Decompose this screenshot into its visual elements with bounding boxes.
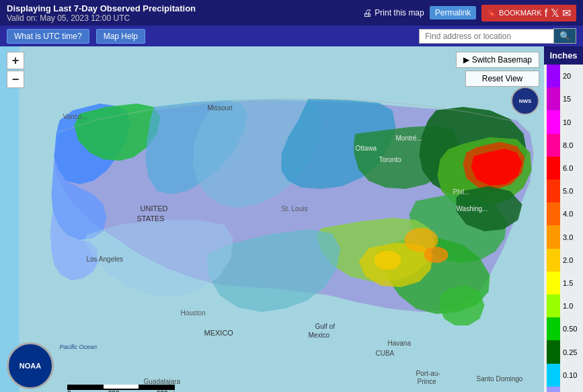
legend-color-swatch (547, 387, 560, 392)
legend-item: 4.0 (544, 202, 583, 225)
legend-item: 6.0 (544, 157, 583, 180)
utc-time-button[interactable]: What is UTC time? (7, 29, 89, 44)
legend-item: 5.0 (544, 180, 583, 202)
svg-point-3 (375, 251, 401, 270)
svg-text:Havana: Havana (388, 340, 412, 347)
scale-line (67, 385, 175, 390)
scale-segment-1 (69, 385, 104, 389)
legend-item: 3.0 (544, 225, 583, 248)
noaa-circle: NOAA (7, 342, 54, 389)
legend-label: 5.0 (563, 187, 573, 195)
basemap-button[interactable]: ▶ Switch Basemap (456, 52, 539, 68)
legend-item: 0.10 (544, 364, 583, 387)
basemap-arrow-icon: ▶ (463, 55, 469, 65)
legend-color-swatch (547, 157, 560, 180)
social-icons: f 𝕏 ✉ (545, 7, 571, 19)
legend-label: 2.0 (563, 256, 573, 264)
svg-text:UNITED: UNITED (141, 204, 168, 212)
basemap-label: Switch Basemap (472, 55, 532, 65)
page-header: Displaying Last 7-Day Observed Precipita… (0, 0, 583, 26)
svg-text:Pacific Ocean: Pacific Ocean (60, 344, 98, 350)
legend-label: 15 (563, 95, 571, 103)
bookmark-icon: 🔖 (487, 9, 496, 17)
svg-text:MEXICO: MEXICO (204, 329, 234, 337)
svg-text:Santo Domingo: Santo Domingo (477, 375, 523, 383)
svg-text:Washing...: Washing... (457, 205, 488, 212)
legend-color-swatch (547, 202, 560, 225)
print-icon: 🖨 (362, 7, 372, 18)
print-button[interactable]: 🖨 Print this map (362, 7, 424, 18)
zoom-in-button[interactable]: + (7, 52, 24, 69)
scale-segment-3 (139, 385, 173, 389)
legend-label: 0.50 (563, 325, 577, 333)
svg-text:Montré...: Montré... (396, 134, 422, 142)
legend-label: 1.5 (563, 279, 573, 287)
legend-label: 4.0 (563, 210, 573, 218)
legend-item: 10 (544, 110, 583, 133)
legend-label: 8.0 (563, 141, 573, 149)
svg-text:Gulf of: Gulf of (315, 323, 336, 330)
legend-label: 3.0 (563, 233, 573, 241)
search-button[interactable]: 🔍 (553, 28, 576, 44)
permalink-button[interactable]: Permalink (430, 6, 476, 19)
legend-color-swatch (547, 225, 560, 248)
legend-color-swatch (547, 87, 560, 110)
zoom-controls: + − (7, 52, 24, 88)
legend-item: 15 (544, 87, 583, 110)
legend-color-swatch (547, 110, 560, 133)
reset-view-button[interactable]: Reset View (465, 71, 539, 87)
search-input[interactable] (419, 29, 553, 44)
legend-label: 6.0 (563, 164, 573, 172)
svg-text:CUBA: CUBA (376, 350, 395, 357)
svg-point-4 (424, 247, 449, 263)
svg-text:Prince: Prince (418, 378, 437, 385)
svg-text:Toronto: Toronto (379, 156, 402, 163)
map-help-button[interactable]: Map Help (96, 29, 145, 44)
legend-label: 0.25 (563, 348, 577, 356)
scale-segment-2 (104, 385, 139, 389)
legend-color-swatch (547, 364, 560, 387)
legend-color-swatch (547, 317, 560, 340)
svg-text:St. Louis: St. Louis (282, 205, 308, 212)
noaa-logo: NOAA (7, 342, 54, 389)
search-bar: 🔍 (419, 28, 576, 44)
legend-label: 10 (563, 118, 571, 126)
print-label: Print this map (375, 8, 424, 17)
svg-text:Vanco...: Vanco... (63, 113, 87, 120)
legend-color-swatch (547, 340, 560, 363)
legend-color-swatch (547, 134, 560, 157)
toolbar: What is UTC time? Map Help 🔍 (0, 26, 583, 46)
legend-item: 2.0 (544, 249, 583, 272)
legend-color-swatch (547, 249, 560, 272)
map-background: UNITED STATES MEXICO Missouri Gulf of Me… (0, 46, 583, 392)
svg-text:Port-au-: Port-au- (416, 370, 440, 377)
legend: Inches 20 15 10 8.0 6.0 5.0 4.0 3.0 (544, 46, 583, 392)
svg-text:Los Angeles: Los Angeles (87, 256, 124, 263)
page-title: Displaying Last 7-Day Observed Precipita… (7, 3, 362, 13)
svg-text:Phil...: Phil... (453, 188, 470, 196)
legend-item: 20 (544, 65, 583, 87)
nws-badge: NWS (511, 87, 539, 115)
header-right: 🖨 Print this map Permalink 🔖 BOOKMARK f … (362, 5, 576, 22)
legend-color-swatch (547, 65, 560, 87)
legend-item: 1.0 (544, 295, 583, 317)
legend-color-swatch (547, 295, 560, 317)
svg-text:Mexico: Mexico (309, 331, 330, 339)
legend-item: 0.25 (544, 340, 583, 363)
legend-item: 0.01 (544, 387, 583, 392)
map-container[interactable]: UNITED STATES MEXICO Missouri Gulf of Me… (0, 46, 583, 392)
legend-item: 1.5 (544, 272, 583, 295)
bookmark-button[interactable]: 🔖 BOOKMARK f 𝕏 ✉ (481, 5, 576, 22)
zoom-out-button[interactable]: − (7, 71, 24, 88)
legend-label: 0.10 (563, 371, 577, 379)
legend-header: Inches (544, 46, 583, 65)
bookmark-label: BOOKMARK (499, 9, 542, 17)
svg-text:Missouri: Missouri (208, 104, 233, 112)
header-left: Displaying Last 7-Day Observed Precipita… (7, 3, 362, 23)
legend-color-swatch (547, 180, 560, 202)
noaa-text: NOAA (20, 362, 41, 370)
svg-text:STATES: STATES (137, 214, 165, 223)
legend-label: 1.0 (563, 302, 573, 310)
svg-text:Houston: Houston (181, 309, 206, 317)
legend-scale: 20 15 10 8.0 6.0 5.0 4.0 3.0 2.0 1.5 (544, 65, 583, 392)
